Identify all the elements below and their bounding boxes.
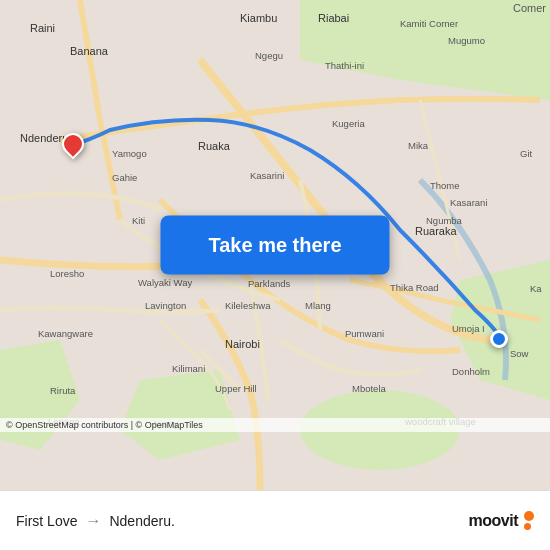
map-label-mlang: Mlang: [305, 300, 331, 311]
map-label-umoja: Umoja I: [452, 323, 485, 334]
map-label-gahie: Gahie: [112, 172, 137, 183]
map-label-ngegu: Ngegu: [255, 50, 283, 61]
map-label-banana: Banana: [70, 45, 108, 57]
map-label-riabai: Riabai: [318, 12, 349, 24]
map-label-ka: Ka: [530, 283, 542, 294]
direction-arrow: →: [85, 512, 101, 530]
map-label-thika-road: Thika Road: [390, 282, 439, 293]
map-label-donholm: Donholm: [452, 366, 490, 377]
map-label-kawangware: Kawangware: [38, 328, 93, 339]
moovit-logo: moovit: [469, 511, 534, 530]
map-label-nairobi: Nairobi: [225, 338, 260, 350]
map-label-sow: Sow: [510, 348, 528, 359]
map-label-loresho: Loresho: [50, 268, 84, 279]
map-label-raini: Raini: [30, 22, 55, 34]
destination-marker: [490, 330, 508, 348]
map-label-walyaki: Walyaki Way: [138, 277, 192, 288]
map-attribution: © OpenStreetMap contributors | © OpenMap…: [0, 418, 550, 432]
map-label-lavington: Lavington: [145, 300, 186, 311]
moovit-dot-small: [524, 523, 531, 530]
map-label-git: Git: [520, 148, 532, 159]
map-label-mbotela: Mbotela: [352, 383, 386, 394]
map-label-thathi: Thathi-ini: [325, 60, 364, 71]
corner-label: Comer: [513, 2, 546, 14]
map-label-upperhill: Upper Hill: [215, 383, 257, 394]
origin-marker: [62, 133, 84, 155]
map-label-mika: Mika: [408, 140, 428, 151]
map-label-kiambu: Kiambu: [240, 12, 277, 24]
dest-dot: [490, 330, 508, 348]
moovit-dot-orange: [524, 511, 534, 521]
origin-label: First Love: [16, 513, 77, 529]
map-label-kileleshwa: Kileleshwa: [225, 300, 270, 311]
pin-circle: [57, 128, 88, 159]
map-label-parklands: Parklands: [248, 278, 290, 289]
map-label-kiti: Kiti: [132, 215, 145, 226]
bottom-bar: First Love → Ndenderu. moovit: [0, 490, 550, 550]
map-container: Raini Banana Kiambu Riabai Kamiti Corner…: [0, 0, 550, 490]
map-label-thome: Thome: [430, 180, 460, 191]
map-label-pumwani: Pumwani: [345, 328, 384, 339]
map-label-kasarani: Kasarani: [450, 197, 488, 208]
map-label-kamiti: Kamiti Corner: [400, 18, 458, 29]
map-label-riruta: Riruta: [50, 385, 75, 396]
map-label-yamogo: Yamogo: [112, 148, 147, 159]
map-label-ruaraka: Ruaraka: [415, 225, 457, 237]
map-label-mugumo: Mugumo: [448, 35, 485, 46]
map-label-ruaka: Ruaka: [198, 140, 230, 152]
moovit-text: moovit: [469, 512, 518, 530]
take-me-there-button[interactable]: Take me there: [160, 216, 389, 275]
map-label-kasarini: Kasarini: [250, 170, 284, 181]
map-label-kilimani: Kilimani: [172, 363, 205, 374]
destination-label: Ndenderu.: [109, 513, 174, 529]
map-label-kugeria: Kugeria: [332, 118, 365, 129]
